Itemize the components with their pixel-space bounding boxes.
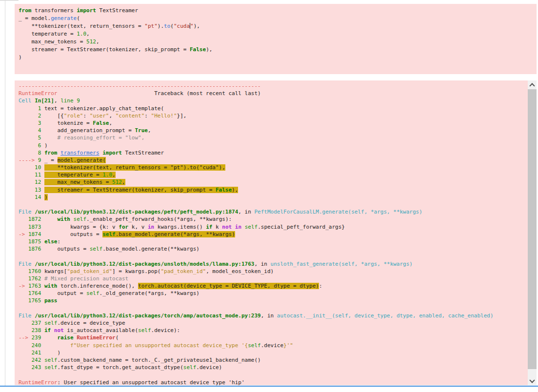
code-token: self — [183, 364, 197, 371]
code-token: .special_peft_forward_args} — [258, 224, 345, 230]
scrollbar-up-button[interactable] — [528, 80, 537, 89]
code-line: 240 f"User specified an unsupported auto… — [19, 342, 528, 349]
code-line: 1764 output = self._old_generate(*args, … — [19, 290, 528, 297]
code-token: in — [148, 224, 154, 230]
code-token: 2 — [19, 113, 41, 119]
code-token: .device — [261, 342, 283, 349]
code-token: f"User specified an unsupported autocast… — [70, 342, 248, 349]
code-token: , — [148, 127, 151, 134]
code-token: 241 — [19, 350, 41, 356]
code-line: 237 self.device = device_type — [19, 319, 528, 327]
code-line: 10 **tokenizer(text, return_tensors = "p… — [19, 164, 528, 171]
code-token: "pad_token_id" — [160, 268, 206, 274]
code-token: Traceback (most recent call last) — [57, 90, 260, 97]
code-token: 242 — [19, 357, 41, 363]
code-token: self — [90, 246, 103, 252]
scrollbar-thumb[interactable] — [528, 89, 537, 369]
cell-output-container: ----------------------------------------… — [15, 80, 537, 385]
code-token: 1762 — [19, 275, 41, 282]
code-token: , — [122, 179, 125, 185]
code-token: , — [109, 113, 115, 119]
code-token: , — [112, 172, 116, 178]
code-token: k, v — [128, 224, 148, 230]
code-line: streamer = TextStreamer(tokenizer, skip_… — [19, 46, 537, 54]
code-token: k — [212, 224, 222, 230]
code-line: 12 max_new_tokens = 512, — [19, 178, 528, 186]
code-token: add_generation_prompt = — [41, 127, 135, 134]
code-token: /usr/local/lib/python3.12/dist-packages/… — [35, 261, 254, 267]
code-token: self — [102, 231, 116, 237]
code-token: from — [19, 7, 32, 14]
code-token: 237 — [19, 320, 41, 326]
code-line: ----------------------------------------… — [19, 82, 528, 90]
code-line: 242 self.custom_backend_name = torch._C.… — [19, 356, 528, 364]
code-token: ), — [232, 187, 238, 193]
focused-cell-border — [0, 386, 538, 387]
code-token: 512 — [112, 179, 122, 185]
code-line: File /usr/local/lib/python3.12/dist-pack… — [19, 260, 528, 268]
code-token: : User specified an unsupported autocast… — [57, 379, 244, 386]
code-token: ] = kwargs.pop( — [112, 268, 160, 274]
code-token: self — [86, 290, 100, 296]
code-token: unsloth_fast_generate(self, *args, **kwa… — [271, 261, 413, 267]
code-token: ----------------------------------------… — [19, 83, 261, 89]
code-token: else — [44, 238, 58, 245]
code-line: _ = model.generate( — [19, 15, 537, 22]
code-line: 1875 else: — [19, 238, 528, 245]
code-token: # Mixed precision autocast — [41, 275, 128, 282]
code-line: 5 # reasoning_effort = "low", — [19, 134, 528, 141]
code-line: ----> 9 _ = model.generate( — [19, 157, 528, 164]
code-token — [41, 179, 44, 185]
code-token — [41, 342, 70, 349]
code-token: RuntimeError — [19, 379, 57, 386]
code-token: import — [77, 7, 96, 14]
code-token: : — [57, 238, 60, 245]
code-cell-editor[interactable]: from transformers import TextStreamer_ =… — [15, 4, 537, 74]
code-token: 1764 — [19, 290, 41, 296]
code-token: ), — [206, 46, 212, 53]
code-token: : — [319, 283, 322, 289]
code-token: 243 — [19, 364, 41, 371]
code-token: 13 — [19, 187, 41, 193]
code-token: 1765 — [19, 297, 41, 304]
code-token — [41, 194, 44, 200]
code-token: 1875 — [19, 238, 41, 245]
code-token: ), — [194, 23, 200, 29]
code-token: , in — [254, 261, 270, 267]
notebook-gutter-line — [5, 0, 5, 386]
code-token: "cuda — [174, 23, 190, 29]
code-token: 240 — [19, 342, 41, 349]
code-token: /usr/local/lib/python3.12/dist-packages/… — [35, 209, 238, 215]
code-token: " — [190, 23, 194, 29]
code-token: temperature = — [44, 172, 102, 178]
code-line: 1 text = tokenizer.apply_chat_template( — [19, 105, 528, 112]
code-token: -> — [19, 283, 28, 289]
code-token: , — [96, 39, 100, 45]
code-token: torch.inference_mode(), — [58, 283, 139, 289]
code-token: streamer = TextStreamer(tokenizer, skip_… — [19, 46, 190, 53]
code-token: kwargs = {k: v — [41, 224, 119, 230]
code-token: not — [54, 327, 64, 333]
code-token: tokenize = — [41, 120, 93, 126]
code-token: : — [83, 113, 89, 119]
scrollbar-down-button[interactable] — [528, 376, 537, 385]
code-line: temperature = 1.0, — [19, 30, 537, 38]
traceback-output[interactable]: ----------------------------------------… — [15, 80, 528, 385]
code-token: File — [19, 313, 35, 319]
code-token — [51, 327, 54, 333]
code-token: to — [164, 23, 170, 29]
code-token: False — [190, 46, 206, 53]
code-token: _ = model. — [19, 15, 51, 21]
output-scrollbar[interactable] — [528, 80, 537, 385]
code-line — [19, 371, 528, 378]
code-token: if — [206, 224, 212, 230]
code-line: File /usr/local/lib/python3.12/dist-pack… — [19, 312, 528, 319]
code-token: ( — [77, 15, 80, 21]
code-token: .device): — [151, 327, 180, 333]
code-line — [19, 253, 528, 260]
code-token: line 9 — [60, 98, 80, 104]
code-token: True — [135, 127, 148, 134]
code-line: **tokenizer(text, return_tensors = "pt")… — [19, 22, 537, 30]
code-token: 11 — [19, 172, 41, 178]
code-line: RuntimeError: User specified an unsuppor… — [19, 379, 528, 386]
